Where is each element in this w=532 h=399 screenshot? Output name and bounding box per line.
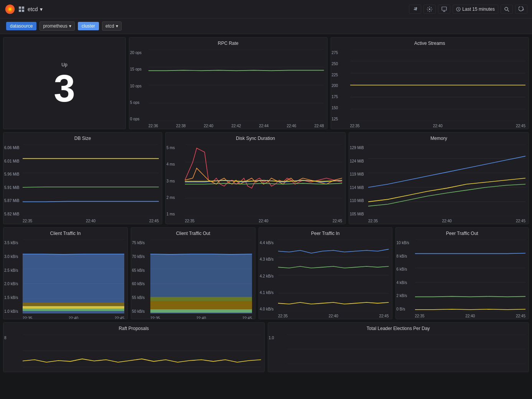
panel-disk-title: Disk Sync Duration	[166, 133, 345, 143]
panel-rpc-title: RPC Rate	[129, 38, 327, 48]
panel-db-title: DB Size	[3, 133, 162, 143]
panel-disk-sync: Disk Sync Duration 5 ms 4 ms 3 ms 2 ms 1…	[165, 132, 346, 224]
grid-icon	[18, 6, 25, 12]
topnav: etcd ▾ Last 15 minutes	[0, 0, 532, 18]
pto-y-labels: 10 kB/s 8 kB/s 6 kB/s 4 kB/s 2 kB/s 0 B/…	[397, 241, 409, 311]
pti-y-labels: 4.4 kB/s 4.3 kB/s 4.2 kB/s 4.1 kB/s 4.0 …	[260, 241, 273, 311]
app-title[interactable]: etcd ▾	[28, 6, 43, 12]
panel-rpc-rate: RPC Rate 20 ops 15 ops 10 ops 5 ops 0 op…	[129, 37, 328, 129]
svg-marker-62	[150, 309, 252, 313]
cluster-label: cluster	[78, 22, 99, 30]
panel-raft-content: 8	[3, 333, 264, 372]
cti-chart-svg	[23, 239, 124, 314]
svg-marker-60	[150, 301, 252, 309]
disk-chart-svg	[185, 144, 342, 216]
datasource-label: datasource	[6, 22, 36, 30]
panel-active-content: 275 250 225 200 175 150 125	[331, 48, 529, 129]
rpc-x-labels: 22:36 22:38 22:40 22:42 22:44 22:46 22:4…	[148, 124, 324, 128]
panel-memory: Memory 129 MiB 124 MiB 119 MiB 114 MiB 1…	[349, 132, 529, 224]
panel-active-streams: Active Streams 275 250 225 200 175 150 1…	[331, 37, 529, 129]
share-button[interactable]	[409, 5, 421, 14]
cti-y-labels: 3.5 kB/s 3.0 kB/s 2.5 kB/s 2.0 kB/s 1.5 …	[4, 241, 18, 314]
svg-rect-5	[19, 10, 21, 12]
cto-chart-svg	[150, 239, 252, 314]
svg-rect-4	[22, 7, 24, 9]
memory-y-labels: 129 MiB 124 MiB 119 MiB 114 MiB 110 MiB …	[350, 146, 364, 216]
panel-raft-proposals: Raft Proposals 8	[3, 322, 265, 372]
grafana-logo-icon	[5, 4, 15, 15]
dashboard: Up 3 RPC Rate 20 ops 15 ops 10 ops 5 ops…	[0, 34, 532, 375]
active-x-labels: 22:35 22:40 22:45	[350, 124, 526, 128]
topnav-left: etcd ▾	[5, 4, 43, 15]
filterbar: datasource prometheus ▾ cluster etcd ▾	[0, 18, 532, 34]
panel-client-traffic-in: Client Traffic In 3.5 kB/s 3.0 kB/s 2.5 …	[3, 227, 128, 319]
svg-point-2	[9, 8, 12, 10]
pti-chart-svg	[278, 239, 389, 311]
svg-rect-3	[19, 7, 21, 9]
disk-x-labels: 22:35 22:40 22:45	[185, 219, 342, 223]
panel-memory-content: 129 MiB 124 MiB 119 MiB 114 MiB 110 MiB …	[349, 143, 529, 224]
panel-pto-content: 10 kB/s 8 kB/s 6 kB/s 4 kB/s 2 kB/s 0 B/…	[396, 238, 529, 319]
row3: Client Traffic In 3.5 kB/s 3.0 kB/s 2.5 …	[3, 227, 529, 319]
panel-cto-content: 75 kB/s 70 kB/s 65 kB/s 60 kB/s 55 kB/s …	[131, 238, 255, 319]
svg-line-13	[508, 10, 509, 11]
svg-point-7	[429, 8, 430, 10]
memory-x-labels: 22:35 22:40 22:45	[368, 219, 525, 223]
disk-y-labels: 5 ms 4 ms 3 ms 2 ms 1 ms	[166, 146, 175, 216]
panel-up: Up 3	[3, 37, 126, 129]
search-button[interactable]	[501, 5, 513, 14]
panel-cti-content: 3.5 kB/s 3.0 kB/s 2.5 kB/s 2.0 kB/s 1.5 …	[3, 238, 127, 319]
topnav-right: Last 15 minutes	[409, 5, 527, 14]
display-button[interactable]	[438, 5, 450, 14]
panel-cto-title: Client Traffic Out	[131, 228, 255, 238]
elections-chart-svg	[287, 334, 526, 364]
settings-button[interactable]	[423, 5, 436, 14]
svg-marker-51	[23, 303, 124, 306]
active-y-labels: 275 250 225 200 175 150 125	[332, 51, 338, 121]
svg-marker-61	[150, 297, 252, 301]
svg-marker-50	[23, 306, 124, 308]
rpc-y-labels: 20 ops 15 ops 10 ops 5 ops 0 ops	[130, 51, 142, 121]
elections-y-labels: 1.0	[269, 336, 274, 364]
row1: Up 3 RPC Rate 20 ops 15 ops 10 ops 5 ops…	[3, 37, 529, 129]
svg-rect-6	[22, 10, 24, 12]
cto-x-labels: 22:35 22:40 22:45	[150, 316, 252, 319]
panel-peer-traffic-in: Peer Traffic In 4.4 kB/s 4.3 kB/s 4.2 kB…	[259, 227, 392, 319]
etcd-select[interactable]: etcd ▾	[102, 21, 122, 31]
panel-db-size: DB Size 6.06 MiB 6.01 MiB 5.96 MiB 5.91 …	[3, 132, 162, 224]
panel-pto-title: Peer Traffic Out	[396, 228, 529, 238]
up-value: 3	[54, 69, 75, 107]
db-y-labels: 6.06 MiB 6.01 MiB 5.96 MiB 5.91 MiB 5.87…	[4, 146, 19, 216]
row2: DB Size 6.06 MiB 6.01 MiB 5.96 MiB 5.91 …	[3, 132, 529, 224]
raft-chart-svg	[23, 334, 261, 367]
row4: Raft Proposals 8 Total Leader Elections …	[3, 322, 529, 372]
raft-y-labels: 8	[4, 336, 7, 367]
db-x-labels: 22:35 22:40 22:45	[23, 219, 159, 223]
panel-memory-title: Memory	[349, 133, 529, 143]
panel-raft-title: Raft Proposals	[3, 323, 264, 333]
pti-x-labels: 22:35 22:40 22:45	[278, 314, 389, 318]
panel-pti-content: 4.4 kB/s 4.3 kB/s 4.2 kB/s 4.1 kB/s 4.0 …	[259, 238, 392, 319]
panel-pti-title: Peer Traffic In	[259, 228, 392, 238]
active-chart-svg	[350, 49, 526, 121]
svg-point-12	[505, 7, 508, 10]
panel-active-title: Active Streams	[331, 38, 529, 48]
panel-peer-traffic-out: Peer Traffic Out 10 kB/s 8 kB/s 6 kB/s 4…	[395, 227, 529, 319]
panel-total-leader-elections: Total Leader Elections Per Day 1.0	[268, 322, 529, 372]
panel-elections-title: Total Leader Elections Per Day	[268, 323, 529, 333]
rpc-chart-svg	[148, 49, 324, 121]
refresh-button[interactable]	[515, 5, 527, 14]
panel-rpc-content: 20 ops 15 ops 10 ops 5 ops 0 ops	[129, 48, 327, 129]
time-range-button[interactable]: Last 15 minutes	[453, 5, 498, 14]
prometheus-select[interactable]: prometheus ▾	[40, 21, 74, 31]
panel-client-traffic-out: Client Traffic Out 75 kB/s 70 kB/s 65 kB…	[131, 227, 255, 319]
panel-cti-title: Client Traffic In	[3, 228, 127, 238]
pto-x-labels: 22:35 22:40 22:45	[415, 314, 526, 318]
panel-elections-content: 1.0	[268, 333, 529, 372]
cto-y-labels: 75 kB/s 70 kB/s 65 kB/s 60 kB/s 55 kB/s …	[132, 241, 145, 314]
db-chart-svg	[23, 144, 159, 216]
svg-marker-52	[23, 309, 124, 311]
svg-rect-8	[442, 7, 446, 10]
cti-x-labels: 22:35 22:40 22:45	[23, 316, 124, 319]
pto-chart-svg	[415, 239, 526, 311]
